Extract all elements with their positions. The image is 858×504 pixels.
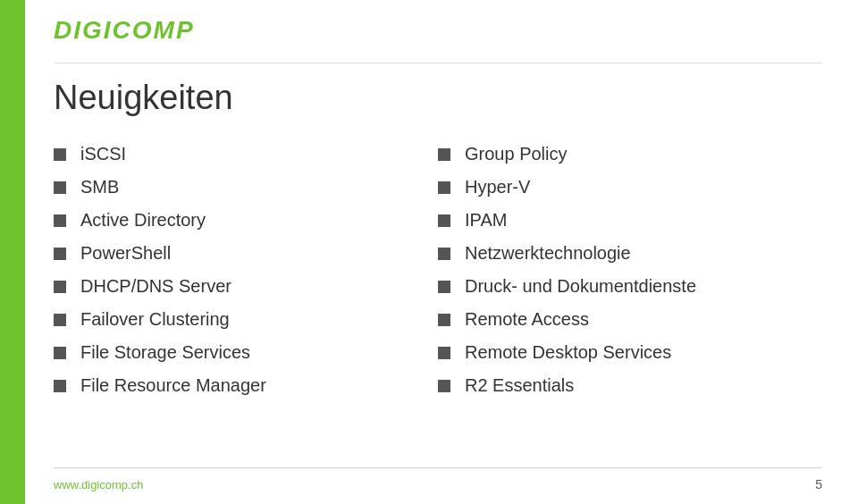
bullet-icon <box>54 347 66 359</box>
item-label: iSCSI <box>80 144 126 164</box>
item-label: Remote Access <box>465 309 589 330</box>
item-label: Active Directory <box>80 210 206 231</box>
bullet-icon <box>438 148 450 161</box>
list-item: DHCP/DNS Server <box>54 276 438 297</box>
item-label: DHCP/DNS Server <box>80 276 231 297</box>
left-accent-bar <box>0 0 25 504</box>
item-label: IPAM <box>465 210 507 231</box>
main-content: Neuigkeiten iSCSISMBActive DirectoryPowe… <box>54 79 822 450</box>
list-item: PowerShell <box>54 243 438 264</box>
item-label: File Resource Manager <box>80 375 266 396</box>
item-label: Group Policy <box>465 144 568 164</box>
bullet-icon <box>54 214 66 227</box>
item-label: Druck- und Dokumentdienste <box>465 276 696 297</box>
bullet-icon <box>54 181 66 194</box>
list-item: Remote Desktop Services <box>438 342 822 363</box>
bullet-icon <box>438 181 450 194</box>
right-list-column: Group PolicyHyper-VIPAMNetzwerktechnolog… <box>438 144 822 408</box>
list-item: File Storage Services <box>54 342 438 363</box>
logo: DIGICOMP <box>54 16 195 45</box>
bullet-icon <box>438 281 450 293</box>
header-divider <box>54 63 822 63</box>
list-item: Group Policy <box>438 144 822 164</box>
bullet-icon <box>54 148 66 161</box>
bullet-icon <box>438 248 450 260</box>
footer: www.digicomp.ch 5 <box>54 467 822 491</box>
bullet-icon <box>438 214 450 227</box>
footer-page-number: 5 <box>815 477 822 491</box>
bullet-icon <box>438 380 450 392</box>
item-label: R2 Essentials <box>465 375 574 396</box>
list-item: SMB <box>54 177 438 197</box>
list-item: R2 Essentials <box>438 375 822 396</box>
lists-container: iSCSISMBActive DirectoryPowerShellDHCP/D… <box>54 144 822 408</box>
bullet-icon <box>54 281 66 293</box>
item-label: Hyper-V <box>465 177 530 197</box>
list-item: File Resource Manager <box>54 375 438 396</box>
item-label: Remote Desktop Services <box>465 342 671 363</box>
item-label: Failover Clustering <box>80 309 230 330</box>
list-item: Active Directory <box>54 210 438 231</box>
bullet-icon <box>54 314 66 326</box>
list-item: IPAM <box>438 210 822 231</box>
item-label: SMB <box>80 177 119 197</box>
left-list-column: iSCSISMBActive DirectoryPowerShellDHCP/D… <box>54 144 438 408</box>
page-title: Neuigkeiten <box>54 79 822 117</box>
bullet-icon <box>438 347 450 359</box>
list-item: Netzwerktechnologie <box>438 243 822 264</box>
item-label: PowerShell <box>80 243 171 264</box>
list-item: iSCSI <box>54 144 438 164</box>
item-label: File Storage Services <box>80 342 250 363</box>
list-item: Failover Clustering <box>54 309 438 330</box>
item-label: Netzwerktechnologie <box>465 243 631 264</box>
bullet-icon <box>438 314 450 326</box>
header: DIGICOMP <box>54 16 822 45</box>
bullet-icon <box>54 248 66 260</box>
footer-url: www.digicomp.ch <box>54 478 143 491</box>
bullet-icon <box>54 380 66 392</box>
list-item: Druck- und Dokumentdienste <box>438 276 822 297</box>
list-item: Hyper-V <box>438 177 822 197</box>
list-item: Remote Access <box>438 309 822 330</box>
